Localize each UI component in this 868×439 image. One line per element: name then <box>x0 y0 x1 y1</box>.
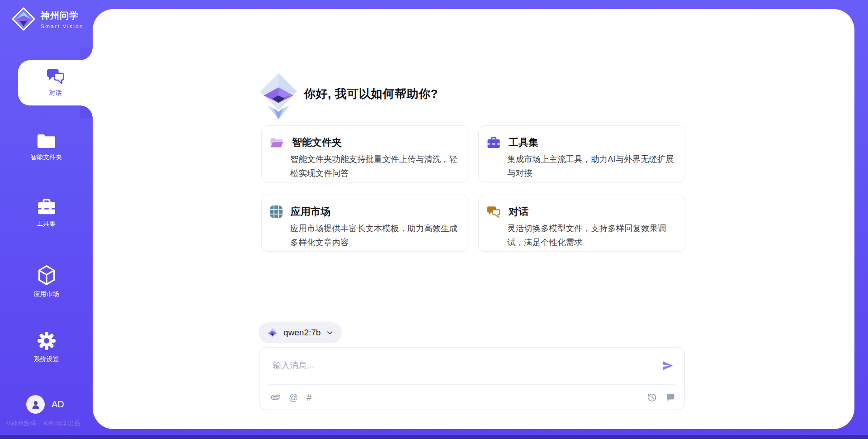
card-description: 智能文件夹功能支持批量文件上传与清洗，轻松实现文件问答 <box>290 152 463 180</box>
chat-bubbles-icon <box>47 68 65 85</box>
cube-icon <box>37 265 56 286</box>
folder-icon <box>37 134 56 149</box>
sidebar: 神州问学 Smart Vision 对话 智能文件夹 <box>0 0 93 439</box>
sidebar-item-label: 工具集 <box>37 220 56 228</box>
card-title: 应用市场 <box>291 205 330 219</box>
brand-subtitle: Smart Vision <box>41 24 84 29</box>
user-initials: AD <box>52 399 64 410</box>
history-icon[interactable] <box>647 393 657 402</box>
message-input[interactable] <box>273 361 662 371</box>
main-panel: 你好, 我可以如何帮助你? 智能文件夹 智能文件夹功能支持批量文件上传与清洗，轻… <box>93 9 854 429</box>
brand-diamond-icon <box>12 7 35 31</box>
diamond-logo-icon <box>267 328 278 338</box>
card-smart-folder[interactable]: 智能文件夹 智能文件夹功能支持批量文件上传与清洗，轻松实现文件问答 <box>261 125 468 182</box>
open-folder-icon <box>270 137 284 148</box>
send-icon[interactable] <box>662 360 674 372</box>
copyright: ©神州数码 · 神州问学出品 <box>6 420 80 428</box>
card-app-market[interactable]: 应用市场 应用市场提供丰富长文本模板，助力高效生成多样化文章内容 <box>261 195 468 252</box>
feature-cards: 智能文件夹 智能文件夹功能支持批量文件上传与清洗，轻松实现文件问答 工具集 集成… <box>261 125 685 252</box>
paperclip-icon[interactable] <box>271 393 280 402</box>
card-title: 工具集 <box>509 136 538 149</box>
sidebar-item-app-market[interactable]: 应用市场 <box>0 265 93 298</box>
chat-bubbles-icon <box>487 206 500 218</box>
chevron-down-icon <box>326 329 333 336</box>
sidebar-item-label: 对话 <box>49 89 62 97</box>
model-name: qwen2:7b <box>283 328 321 338</box>
sidebar-item-label: 应用市场 <box>34 290 59 298</box>
comment-icon[interactable] <box>666 393 675 402</box>
model-selector[interactable]: qwen2:7b <box>259 322 342 343</box>
avatar <box>26 395 45 414</box>
sidebar-item-toolset[interactable]: 工具集 <box>0 198 93 228</box>
app-diamond-logo <box>260 73 297 121</box>
message-composer: @ # <box>259 347 685 410</box>
active-tab-curve-top <box>80 48 93 60</box>
sidebar-item-label: 智能文件夹 <box>31 153 62 162</box>
card-title: 智能文件夹 <box>292 136 342 149</box>
grid-icon <box>270 205 283 218</box>
card-title: 对话 <box>509 205 528 219</box>
at-icon[interactable]: @ <box>289 393 298 402</box>
card-description: 灵活切换多模型文件，支持多样回复效果调试，满足个性化需求 <box>507 221 680 249</box>
brand-name: 神州问学 <box>41 10 84 22</box>
toolbox-icon <box>487 137 500 149</box>
toolbox-icon <box>37 198 56 215</box>
sidebar-item-chat[interactable]: 对话 <box>18 60 93 105</box>
card-toolset[interactable]: 工具集 集成市场上主流工具，助力AI与外界无缝扩展与对接 <box>478 125 685 182</box>
sidebar-item-label: 系统设置 <box>34 355 59 363</box>
active-tab-curve-bottom <box>80 105 93 118</box>
hash-icon[interactable]: # <box>307 393 311 402</box>
brand: 神州问学 Smart Vision <box>12 7 84 31</box>
card-chat[interactable]: 对话 灵活切换多模型文件，支持多样回复效果调试，满足个性化需求 <box>478 195 685 252</box>
page-title: 你好, 我可以如何帮助你? <box>304 86 438 102</box>
card-description: 集成市场上主流工具，助力AI与外界无缝扩展与对接 <box>507 152 680 180</box>
sidebar-item-settings[interactable]: 系统设置 <box>0 331 93 363</box>
user-profile[interactable]: AD <box>26 395 64 414</box>
sidebar-item-smart-folder[interactable]: 智能文件夹 <box>0 134 93 162</box>
footer-bar <box>0 435 868 439</box>
gear-icon <box>37 331 57 351</box>
card-description: 应用市场提供丰富长文本模板，助力高效生成多样化文章内容 <box>290 221 463 249</box>
